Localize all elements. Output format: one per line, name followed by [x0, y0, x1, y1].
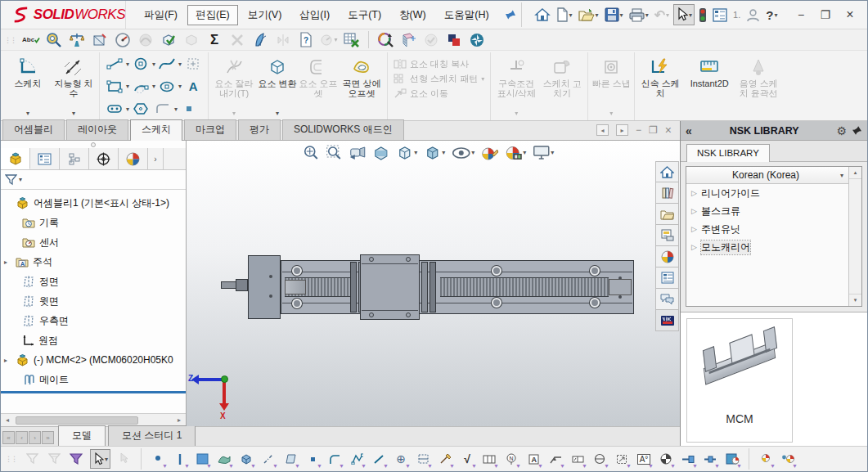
convert-entities-button[interactable]: 요소 변환 ▾ — [257, 53, 298, 119]
maximize-button[interactable]: ❐ — [815, 6, 836, 24]
tree-item-annotations[interactable]: ▸ A 주석 — [1, 252, 186, 272]
pin-menu-icon[interactable] — [502, 4, 519, 25]
language-dropdown-caret[interactable]: ▾ — [840, 172, 843, 179]
zoom-area-icon[interactable] — [324, 143, 343, 162]
open-icon[interactable] — [577, 4, 600, 25]
model-tab[interactable]: 모델 — [58, 425, 106, 446]
dimxpertmanager-tab[interactable] — [89, 148, 119, 169]
text-tool-icon[interactable]: A — [182, 79, 204, 95]
spline-caret[interactable]: ▾ — [178, 61, 182, 68]
zoom-fit-icon[interactable] — [301, 143, 320, 162]
nsk-library-tab[interactable]: NSK LIBRARY — [686, 144, 770, 162]
document-properties-icon[interactable]: ? — [297, 31, 315, 49]
doc-close-button[interactable]: × — [665, 124, 672, 137]
tree-item-mates[interactable]: 메이트 — [1, 370, 186, 389]
linear-pattern-button[interactable]: 선형 스케치 패턴 ▾ — [394, 73, 484, 85]
filter-connection-points-icon[interactable]: ▼ — [680, 450, 696, 468]
rollback-bar[interactable] — [1, 391, 186, 393]
menu-window[interactable]: 창(W) — [391, 5, 434, 25]
appearance-compare-icon[interactable] — [376, 31, 394, 49]
relations-caret[interactable]: ▾ — [515, 110, 518, 119]
filter-shaded-1-icon[interactable]: ▼ — [758, 450, 774, 468]
nav-next-button[interactable]: › — [29, 431, 41, 444]
panel-tabs-overflow[interactable]: › — [148, 148, 164, 169]
convert-region-icon[interactable] — [182, 56, 204, 72]
section-view-icon[interactable] — [371, 144, 390, 162]
tab-solidworks-addins[interactable]: SOLIDWORKS 애드인 — [282, 119, 404, 140]
expander-icon[interactable]: ▷ — [691, 243, 697, 251]
hide-show-items-icon[interactable] — [450, 145, 475, 161]
custom-properties-icon[interactable] — [655, 267, 679, 289]
select-tool-button[interactable] — [90, 449, 110, 469]
filter-planes-icon[interactable]: ▼ — [282, 450, 299, 468]
minimize-button[interactable]: − — [790, 6, 812, 24]
configurationmanager-tab[interactable] — [60, 148, 89, 169]
filter-toggle-all-icon[interactable] — [68, 450, 84, 468]
arc-caret[interactable]: ▾ — [152, 83, 155, 90]
offset-on-surface-button[interactable]: 곡면 상에 오프셋 — [339, 53, 385, 119]
filter-geometric-tolerances-icon[interactable]: ▼ — [569, 450, 586, 468]
new-document-icon[interactable] — [555, 4, 574, 25]
filter-edges-icon[interactable]: ▼ — [172, 450, 188, 468]
filter-reference-planes-icon[interactable]: ▼ — [415, 450, 431, 468]
mcm-preview-card[interactable]: MCM — [686, 318, 793, 443]
expander-icon[interactable]: ▷ — [691, 189, 697, 197]
taskpane-home-icon[interactable] — [655, 161, 679, 182]
nav-first-button[interactable]: « — [2, 431, 15, 444]
forum-icon[interactable] — [655, 289, 679, 310]
filter-faces-icon[interactable]: ▼ — [194, 450, 210, 468]
tab-markup[interactable]: 마크업 — [184, 119, 236, 140]
linear-pattern-caret[interactable]: ▾ — [481, 75, 484, 83]
nav-prev-button[interactable]: ‹ — [16, 431, 28, 444]
sensor-icon[interactable] — [320, 31, 338, 49]
mesh-section-icon[interactable] — [399, 31, 417, 49]
scroll-left-arrow[interactable]: ◂ — [1, 414, 14, 426]
curvature-icon[interactable] — [137, 31, 155, 49]
filter-surface-bodies-icon[interactable]: ▼ — [216, 450, 232, 468]
menu-tools[interactable]: 도구(T) — [340, 5, 389, 25]
filter-sketch-segments-icon[interactable]: ▼ — [371, 450, 387, 468]
symmetry-check-icon[interactable] — [274, 31, 292, 49]
doc-prev-button[interactable]: ◂ — [596, 124, 609, 136]
filter-datums-icon[interactable]: ▼ — [481, 450, 497, 468]
section-properties-icon[interactable] — [91, 31, 109, 49]
tree-item-sensors[interactable]: 센서 — [1, 232, 186, 252]
tree-root-assembly[interactable]: 어셈블리1 (기본<표시 상태-1>) — [1, 193, 186, 213]
ellipse-caret[interactable]: ▾ — [178, 83, 182, 90]
menu-help[interactable]: 도움말(H) — [436, 5, 497, 25]
circle-tool-icon[interactable] — [130, 56, 151, 72]
traffic-light-icon[interactable] — [697, 4, 708, 25]
nsk-item-monocarrier[interactable]: ▷ 모노캐리어 — [686, 238, 848, 256]
tree-horizontal-scrollbar[interactable]: ◂ ▸ — [1, 413, 186, 426]
filter-shaded-2-icon[interactable]: ▼ — [780, 450, 796, 468]
featuremanager-tab[interactable] — [1, 148, 30, 169]
tree-item-top-plane[interactable]: 윗면 — [1, 291, 186, 311]
apply-scene-icon[interactable] — [503, 144, 527, 162]
nsk-scrollbar[interactable]: ▴ ▾ — [848, 167, 861, 306]
filter-vertices-icon[interactable]: ▼ — [150, 450, 166, 468]
deviation-analysis-icon[interactable] — [228, 31, 246, 49]
sketch-dropdown-caret[interactable]: ▾ — [26, 110, 29, 119]
mirror-entities-button[interactable]: 요소 대칭 복사 — [394, 58, 484, 70]
design-library-icon[interactable] — [655, 182, 679, 204]
filter-routing-points-icon[interactable]: ▼ — [702, 450, 718, 468]
point-tool-icon[interactable] — [178, 101, 200, 117]
fly-through-icon[interactable] — [251, 31, 269, 49]
mcm-actuator-model[interactable] — [221, 254, 640, 321]
nsk-pinwheel-icon[interactable] — [468, 31, 486, 49]
tree-filter-caret[interactable]: ▾ — [19, 176, 22, 183]
display-style-icon[interactable] — [422, 144, 446, 162]
tree-item-origin[interactable]: 원점 — [1, 330, 186, 350]
verification-icon[interactable] — [422, 31, 440, 49]
doc-minimize-button[interactable]: − — [636, 124, 641, 136]
rectangle-tool-icon[interactable] — [104, 79, 125, 95]
filter-sketch-points-icon[interactable]: ▼ — [304, 450, 321, 468]
menu-insert[interactable]: 삽입(I) — [291, 5, 338, 25]
appearances-scenes-icon[interactable] — [655, 246, 679, 267]
smart-dimension-dropdown-caret[interactable]: ▾ — [72, 110, 75, 119]
filter-solid-bodies-icon[interactable]: ▼ — [238, 450, 254, 468]
filter-origins-icon[interactable]: ⊕▼ — [393, 450, 409, 468]
sketch-button[interactable]: 스케치 ▾ — [5, 53, 51, 119]
tree-item-front-plane[interactable]: 정면 — [1, 272, 186, 291]
user-icon[interactable] — [744, 4, 762, 25]
